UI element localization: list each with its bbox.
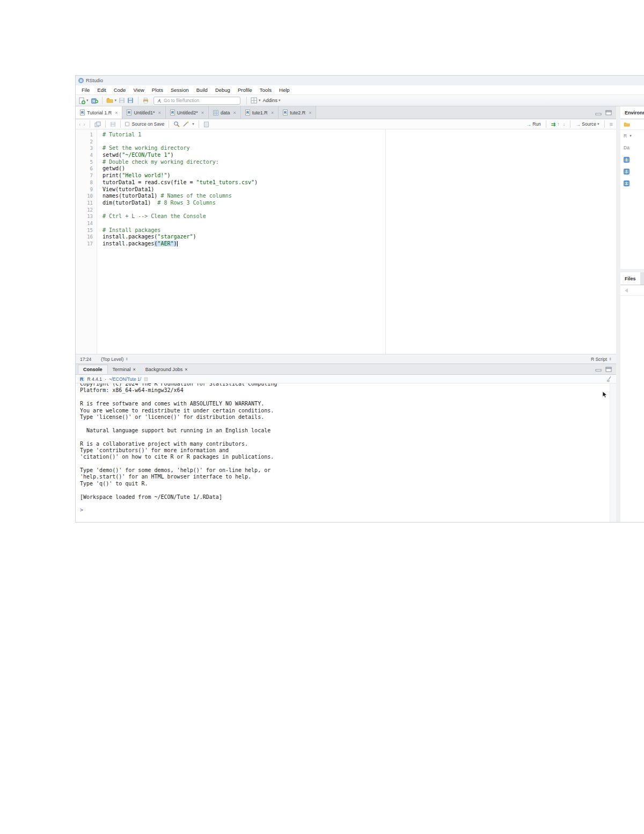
r-file-icon: R [170,110,175,115]
editor-tab-untitled2-[interactable]: RUntitled2*× [166,106,209,119]
toolbar-separator [546,120,546,128]
pane-layout-button[interactable]: ▾ [251,97,261,104]
scope-selector[interactable]: (Top Level) ⇕ [101,357,128,362]
back-icon[interactable]: ‹ [79,121,80,127]
console-line: Natural language support but running in … [80,427,609,434]
close-tab-icon[interactable]: × [158,110,160,115]
close-tab-icon[interactable]: × [185,367,187,372]
save-button[interactable] [119,97,125,104]
forward-icon[interactable]: › [83,121,85,127]
editor-tab-data[interactable]: data× [209,106,241,119]
tab-files[interactable]: Files [620,272,640,285]
go-next-section-icon[interactable]: ↓ [563,121,566,127]
close-tab-icon[interactable]: × [115,110,118,115]
code-token: getwd() [103,165,125,171]
menu-edit[interactable]: Edit [93,87,109,93]
close-tab-icon[interactable]: × [133,367,136,372]
editor-tab-untitled1-[interactable]: RUntitled1*× [122,106,165,119]
console-output[interactable]: Copyright (C) 2024 The R Foundation for … [76,383,616,522]
svg-text:R: R [128,111,130,114]
file-type-selector[interactable]: R Script ⇕ [591,357,612,362]
code-token: ) [170,152,173,158]
menu-file[interactable]: File [78,87,93,93]
code-token: # Ctrl + L --> Clean the Console [103,213,206,219]
files-back-icon[interactable] [624,288,629,293]
right-panel-sliver: Environment R▾ Da Files [620,106,644,522]
wd-info-icon[interactable] [144,377,148,381]
popout-icon[interactable] [94,121,101,127]
goto-file-input[interactable]: Go to file/function [153,97,240,105]
code-token: names(tutorData1) [103,193,160,199]
open-file-button[interactable]: ▾ [106,97,117,104]
console-tab-terminal[interactable]: Terminal× [108,365,141,374]
addins-button[interactable]: Addins ▾ [263,98,281,103]
close-tab-icon[interactable]: × [233,110,236,115]
new-project-button[interactable]: R [91,97,98,104]
clear-console-broom-icon[interactable] [606,376,613,382]
menu-view[interactable]: View [129,87,148,93]
code-tools-wand-icon[interactable] [182,121,189,127]
menu-session[interactable]: Session [167,87,193,93]
menu-debug[interactable]: Debug [211,87,234,93]
save-file-icon[interactable] [110,121,116,127]
console-line [80,501,609,507]
menu-plots[interactable]: Plots [148,87,167,93]
editor-tab-tute2-r[interactable]: Rtute2.R× [279,106,316,119]
menu-code[interactable]: Code [110,87,130,93]
environment-data-item[interactable] [620,177,644,189]
file-type-label: R Script [591,357,607,362]
minimize-console-icon[interactable] [595,367,602,372]
console-tab-console[interactable]: Console [78,365,108,374]
maximize-pane-icon[interactable] [605,110,612,115]
environment-tab-bar: Environment [620,106,644,119]
environment-scope-row[interactable]: R▾ [620,130,644,142]
console-tab-background-jobs[interactable]: Background Jobs× [141,365,193,374]
code-editor[interactable]: 1# Tutorial 123# Set the working directo… [76,129,616,354]
source-button[interactable]: → Source ▾ [575,121,599,127]
close-tab-icon[interactable]: × [309,110,311,115]
editor-tab-tute1-r[interactable]: Rtute1.R× [241,106,279,119]
left-column: RTutorial 1.R×RUntitled1*×RUntitled2*×da… [76,106,616,522]
environment-pane: Environment R▾ Da [620,106,644,269]
console-scrollbar[interactable] [610,383,616,522]
console-line: [Workspace loaded from ~/ECON/Tute 1/.RD… [80,494,609,501]
new-file-button[interactable]: ▾ [78,97,89,104]
save-all-button[interactable] [127,97,134,104]
editor-line: 5# Double check my working directory: [76,159,616,166]
console-line: You are welcome to redistribute it under… [80,408,609,414]
line-code: # Install packages [97,227,160,234]
source-on-save-checkbox[interactable] [125,122,129,126]
load-workspace-icon[interactable] [624,121,631,127]
tab-label: Terminal [113,367,131,372]
menu-build[interactable]: Build [193,87,211,93]
maximize-console-icon[interactable] [605,367,612,372]
menu-profile[interactable]: Profile [234,87,256,93]
r-file-icon: R [80,110,85,115]
rerun-icon[interactable]: ⇉ [551,121,554,127]
code-tools-caret-icon: ▾ [192,122,194,126]
environment-data-item[interactable] [620,154,644,165]
mouse-cursor [602,391,608,398]
find-replace-icon[interactable] [173,121,180,127]
environment-data-item[interactable] [620,165,644,177]
menu-tools[interactable]: Tools [256,87,275,93]
document-outline-icon[interactable]: ≡ [610,121,613,127]
menu-help[interactable]: Help [275,87,294,93]
go-prev-section-icon[interactable]: ↑ [557,121,560,127]
editor-tab-tutorial-1-r[interactable]: RTutorial 1.R× [76,106,122,119]
minimize-pane-icon[interactable] [595,111,602,115]
code-token: ) [193,234,196,240]
tab-environment[interactable]: Environment [620,106,644,119]
close-tab-icon[interactable]: × [201,110,204,115]
compile-report-icon[interactable] [203,121,209,127]
code-token: # Set the working directory [103,145,190,151]
print-icon [142,97,149,104]
close-tab-icon[interactable]: × [271,110,274,115]
pane-divider[interactable] [616,106,620,522]
toolbar-separator [120,120,121,128]
toolbar-separator [105,120,106,128]
run-button[interactable]: → Run [526,121,541,127]
print-button[interactable] [142,97,149,104]
working-directory-label[interactable]: ~/ECON/Tute 1/ [109,376,141,382]
code-token: "Hello world!" [122,172,167,178]
